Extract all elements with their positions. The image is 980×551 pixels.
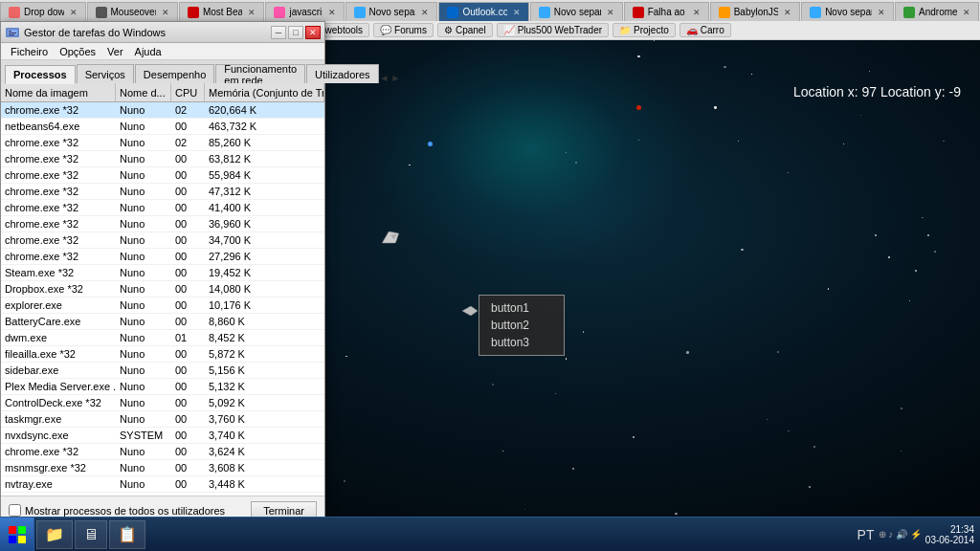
table-row[interactable]: ControlDeck.exe *32Nuno005,092 K bbox=[1, 395, 324, 411]
proc-cell: chrome.exe *32 bbox=[1, 137, 116, 148]
tab-desempenho[interactable]: Desempenho bbox=[135, 64, 214, 83]
table-row[interactable]: Dropbox.exe *32Nuno0014,080 K bbox=[1, 281, 324, 298]
browser-tab-6[interactable]: Novo separ...✕ bbox=[530, 2, 623, 21]
process-scroll-container[interactable]: chrome.exe *32Nuno02620,664 Knetbeans64.… bbox=[1, 102, 324, 496]
browser-tab-10[interactable]: Androme...✕ bbox=[895, 2, 979, 21]
process-list[interactable]: chrome.exe *32Nuno02620,664 Knetbeans64.… bbox=[1, 102, 324, 496]
table-row[interactable]: chrome.exe *32Nuno0041,400 K bbox=[1, 200, 324, 216]
browser-tab-7[interactable]: Falha ao ...✕ bbox=[624, 2, 709, 21]
svg-marker-2 bbox=[462, 306, 478, 316]
bookmark-8[interactable]: 📁Projecto bbox=[612, 23, 676, 37]
table-row[interactable]: chrome.exe *32Nuno0036,960 K bbox=[1, 216, 324, 232]
proc-cell: 55,984 K bbox=[205, 169, 324, 181]
tab-close-7[interactable]: ✕ bbox=[693, 8, 701, 17]
browser-tab-5[interactable]: Outlook.co...✕ bbox=[438, 2, 528, 21]
space-menu-item-2[interactable]: button2 bbox=[481, 317, 562, 334]
tab-close-6[interactable]: ✕ bbox=[607, 8, 614, 17]
tab-close-8[interactable]: ✕ bbox=[784, 8, 791, 17]
tab-close-9[interactable]: ✕ bbox=[878, 8, 885, 17]
bookmark-9[interactable]: 🚗Carro bbox=[679, 23, 731, 37]
table-row[interactable]: explorer.exeNuno0010,176 K bbox=[1, 298, 324, 314]
tab-label-0: Drop dow... bbox=[24, 7, 64, 17]
browser-tab-0[interactable]: Drop dow...✕ bbox=[0, 2, 86, 21]
tab-close-0[interactable]: ✕ bbox=[70, 8, 78, 17]
proc-cell: 5,092 K bbox=[205, 397, 324, 408]
proc-cell: 3,608 K bbox=[205, 462, 324, 474]
tab-close-2[interactable]: ✕ bbox=[248, 8, 256, 17]
table-row[interactable]: chrome.exe *32Nuno0285,260 K bbox=[1, 135, 324, 151]
table-row[interactable]: chrome.exe *32Nuno0063,812 K bbox=[1, 151, 324, 167]
table-row[interactable]: netbeans64.exeNuno00463,732 K bbox=[1, 119, 324, 135]
table-row[interactable]: chrome.exe *32Nuno0034,700 K bbox=[1, 232, 324, 249]
bookmark-label-7: Plus500 WebTrader bbox=[518, 25, 602, 35]
table-row[interactable]: nvtray.exeNuno003,448 K bbox=[1, 476, 324, 493]
browser-tab-4[interactable]: Novo separ...✕ bbox=[345, 2, 438, 21]
minimize-button[interactable]: ─ bbox=[271, 26, 286, 39]
proc-cell: 00 bbox=[171, 234, 205, 246]
proc-cell: 620,664 K bbox=[205, 104, 324, 116]
tab-close-1[interactable]: ✕ bbox=[162, 8, 169, 17]
tab-servicos[interactable]: Serviços bbox=[77, 64, 134, 83]
monitor-taskbar[interactable]: 🖥 bbox=[75, 520, 107, 549]
tab-favicon-2 bbox=[188, 7, 199, 18]
browser-tab-3[interactable]: javascript✕ bbox=[265, 2, 344, 21]
menu-ficheiro[interactable]: Ficheiro bbox=[5, 43, 54, 60]
proc-cell: explorer.exe bbox=[1, 299, 116, 311]
clipboard-taskbar[interactable]: 📋 bbox=[109, 520, 145, 549]
proc-cell: Nuno bbox=[116, 348, 171, 360]
tab-favicon-9 bbox=[810, 7, 821, 18]
tab-utilizadores[interactable]: Utilizadores bbox=[306, 64, 378, 83]
tab-close-3[interactable]: ✕ bbox=[328, 8, 336, 17]
table-row[interactable]: Steam.exe *32Nuno0019,452 K bbox=[1, 265, 324, 281]
table-row[interactable]: nvxdsync.exeSYSTEM003,740 K bbox=[1, 428, 324, 444]
close-button[interactable]: ✕ bbox=[305, 26, 321, 39]
tab-label-8: BabylonJS... bbox=[734, 7, 778, 17]
table-row[interactable]: msnmsgr.exe *32Nuno003,608 K bbox=[1, 460, 324, 476]
col-header-name: Nome da imagem bbox=[1, 83, 116, 101]
table-row[interactable]: taskmgr.exeNuno003,760 K bbox=[1, 411, 324, 428]
tab-close-4[interactable]: ✕ bbox=[421, 8, 429, 17]
table-row[interactable]: chrome.exe *32Nuno0047,312 K bbox=[1, 184, 324, 200]
start-button[interactable] bbox=[0, 518, 34, 552]
table-row[interactable]: fileailla.exe *32Nuno005,872 K bbox=[1, 346, 324, 363]
tab-rede[interactable]: Funcionamento em rede bbox=[215, 64, 305, 83]
table-row[interactable]: dwm.exeNuno018,452 K bbox=[1, 330, 324, 346]
proc-cell: 00 bbox=[171, 121, 205, 132]
tray-icon-1[interactable]: PT bbox=[858, 527, 875, 542]
space-menu-item-1[interactable]: button1 bbox=[481, 299, 562, 317]
table-row[interactable]: chrome.exe *32Nuno02620,664 K bbox=[1, 102, 324, 119]
windows-taskbar: 📁🖥📋 PT ⊕ ♪ 🔊 ⚡ 21:34 03-06-2014 bbox=[0, 517, 980, 551]
maximize-button[interactable]: □ bbox=[288, 26, 303, 39]
table-row[interactable]: Plex Media Server.exe ...Nuno005,132 K bbox=[1, 379, 324, 395]
proc-cell: chrome.exe *32 bbox=[1, 186, 116, 197]
bookmark-6[interactable]: ⚙Cpanel bbox=[437, 23, 493, 37]
tab-close-5[interactable]: ✕ bbox=[513, 8, 521, 17]
bookmark-7[interactable]: 📈Plus500 WebTrader bbox=[497, 23, 609, 37]
menu-ver[interactable]: Ver bbox=[101, 43, 129, 60]
table-row[interactable]: chrome.exe *32Nuno0055,984 K bbox=[1, 167, 324, 184]
browser-tab-2[interactable]: Most Bea...✕ bbox=[179, 2, 264, 21]
menu-opcoes[interactable]: Opções bbox=[54, 43, 101, 60]
tab-processos[interactable]: Processos bbox=[5, 65, 76, 84]
browser-tab-9[interactable]: Novo separ...✕ bbox=[801, 2, 894, 21]
browser-tab-8[interactable]: BabylonJS...✕ bbox=[710, 2, 800, 21]
table-row[interactable]: BatteryCare.exeNuno008,860 K bbox=[1, 314, 324, 330]
space-menu-item-3[interactable]: button3 bbox=[481, 334, 562, 351]
proc-cell: 00 bbox=[171, 413, 205, 425]
table-row[interactable]: chrome.exe *32Nuno0027,296 K bbox=[1, 249, 324, 265]
table-row[interactable]: sidebar.exeNuno005,156 K bbox=[1, 363, 324, 379]
menu-ajuda[interactable]: Ajuda bbox=[129, 43, 167, 60]
bookmark-5[interactable]: 💬Forums bbox=[373, 23, 434, 37]
svg-rect-10 bbox=[9, 536, 16, 543]
table-row[interactable]: PlexDinaServer.exe *32Nuno002,432 K bbox=[1, 493, 324, 496]
proc-cell: Plex Media Server.exe ... bbox=[1, 381, 116, 392]
browser-tab-1[interactable]: Mouseover...✕ bbox=[87, 2, 178, 21]
tab-prev-arrow[interactable]: ◄ bbox=[380, 73, 390, 83]
proc-cell: Nuno bbox=[116, 283, 171, 295]
tab-close-10[interactable]: ✕ bbox=[963, 8, 970, 17]
tab-next-arrow[interactable]: ► bbox=[390, 73, 400, 83]
show-all-checkbox[interactable] bbox=[9, 504, 21, 517]
table-row[interactable]: chrome.exe *32Nuno003,624 K bbox=[1, 444, 324, 460]
proc-cell: chrome.exe *32 bbox=[1, 218, 116, 230]
filezilla-taskbar[interactable]: 📁 bbox=[36, 520, 73, 549]
